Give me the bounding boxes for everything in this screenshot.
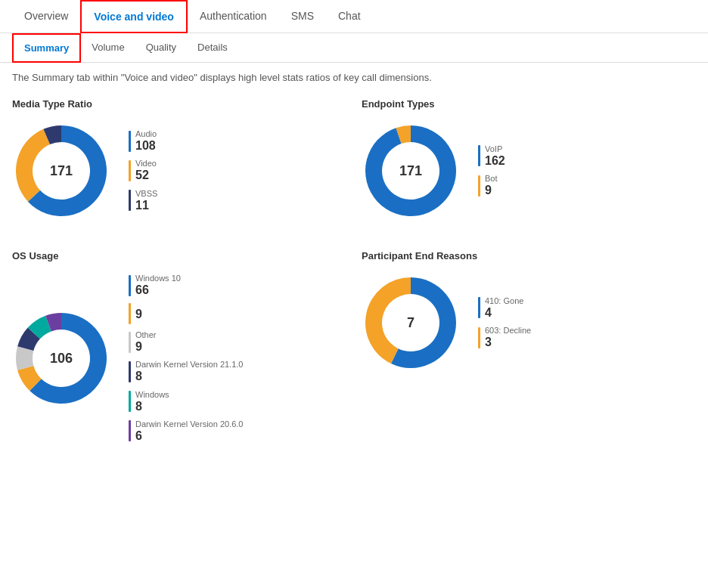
os-usage-title: OS Usage [12,250,346,262]
legend-item: Other9 [129,330,243,354]
participant-donut: 7 [362,274,460,372]
sub-nav: SummaryVolumeQualityDetails [0,33,708,63]
media-type-legend: Audio108Video52VBSS11 [129,129,157,212]
sub-nav-item-summary[interactable]: Summary [12,33,81,63]
sub-nav-item-volume[interactable]: Volume [81,34,135,62]
description-text: The Summary tab within "Voice and video"… [0,63,708,92]
media-type-ratio-donut: 171 [12,122,110,220]
legend-item: Darwin Kernel Version 20.6.06 [129,419,243,443]
legend-item: Darwin Kernel Version 21.1.08 [129,360,243,383]
charts-container: Media Type Ratio 171 Audio108Video52VBSS… [0,92,708,479]
participant-end-reasons-title: Participant End Reasons [362,250,696,262]
endpoint-types-donut: 171 [362,122,460,220]
charts-row-top: Media Type Ratio 171 Audio108Video52VBSS… [12,98,696,220]
endpoint-types-title: Endpoint Types [362,98,696,110]
legend-item: Bot9 [478,174,505,197]
top-nav-item-sms[interactable]: SMS [279,1,326,32]
legend-item: 603: Decline3 [478,326,531,349]
top-nav-item-voice-and-video[interactable]: Voice and video [80,0,188,33]
media-type-donut-label: 171 [50,163,73,179]
legend-item: 410: Gone4 [478,296,531,320]
top-nav-item-chat[interactable]: Chat [326,1,373,32]
sub-nav-item-quality[interactable]: Quality [135,34,187,62]
endpoint-donut-label: 171 [399,163,422,179]
participant-legend: 410: Gone4603: Decline3 [478,296,531,349]
endpoint-legend: VoIP162Bot9 [478,144,505,197]
legend-item: VBSS11 [129,189,157,212]
legend-item: Windows8 [129,390,243,413]
top-nav-item-authentication[interactable]: Authentication [188,1,279,32]
participant-end-reasons-section: Participant End Reasons 7 410: Gone4603:… [362,250,696,443]
os-usage-section: OS Usage 106 Windows 10669Other9Darwin K… [12,250,346,443]
legend-item: Audio108 [129,129,157,153]
endpoint-types-section: Endpoint Types 171 VoIP162Bot9 [362,98,696,220]
top-nav: OverviewVoice and videoAuthenticationSMS… [0,0,708,33]
participant-donut-label: 7 [407,315,415,331]
legend-item: 9 [129,303,243,324]
media-type-ratio-section: Media Type Ratio 171 Audio108Video52VBSS… [12,98,346,220]
legend-item: VoIP162 [478,144,505,168]
os-legend: Windows 10669Other9Darwin Kernel Version… [129,274,243,443]
legend-item: Windows 1066 [129,274,243,297]
top-nav-item-overview[interactable]: Overview [12,1,80,32]
os-donut-label: 106 [50,350,73,366]
charts-row-bottom: OS Usage 106 Windows 10669Other9Darwin K… [12,250,696,443]
os-usage-donut: 106 [12,309,110,407]
legend-item: Video52 [129,159,157,182]
media-type-ratio-title: Media Type Ratio [12,98,346,110]
sub-nav-item-details[interactable]: Details [187,34,238,62]
